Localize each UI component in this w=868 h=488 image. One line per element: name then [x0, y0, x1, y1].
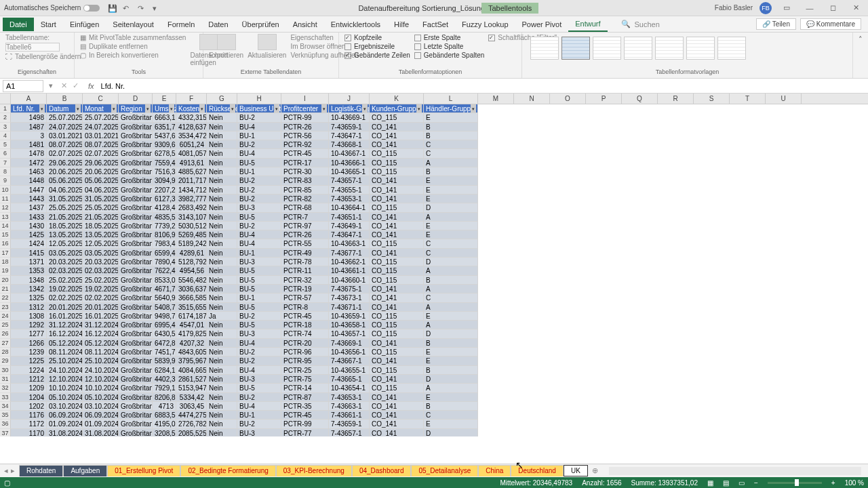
cell[interactable]: PCTR-83 — [281, 176, 329, 185]
cell[interactable]: 1325 — [11, 293, 47, 302]
cell[interactable]: Nein — [207, 429, 237, 436]
cell[interactable]: D — [424, 375, 478, 384]
select-all-corner[interactable] — [0, 94, 11, 104]
cell[interactable]: Großbritanni — [119, 195, 153, 203]
cell[interactable]: PCTR-82 — [281, 195, 329, 203]
cell[interactable]: 1277 — [11, 329, 47, 338]
cell[interactable]: 4671,75 — [153, 285, 176, 293]
cell[interactable]: 08.11.2024 — [83, 348, 119, 357]
cell[interactable]: 12.10.2024 — [83, 375, 119, 384]
cell[interactable]: Nein — [207, 258, 237, 266]
cell[interactable]: D — [424, 429, 478, 436]
formula-input[interactable] — [98, 80, 868, 92]
cell[interactable]: Nein — [207, 402, 237, 411]
cell[interactable]: 08.11.2024 — [47, 348, 83, 357]
cell[interactable]: PCTR-56 — [281, 131, 329, 140]
undo-icon[interactable]: ↶ — [123, 4, 131, 12]
cell[interactable]: 04.06.2025 — [83, 186, 119, 195]
cell[interactable]: Nein — [207, 230, 237, 239]
cell[interactable]: BU-1 — [237, 411, 281, 420]
cell[interactable]: 1353 — [11, 266, 47, 275]
cell[interactable]: 08.07.2025 — [47, 140, 83, 149]
cell[interactable]: 5334,42 — [176, 393, 207, 402]
column-header[interactable]: O — [550, 94, 586, 104]
column-header[interactable]: P — [586, 94, 622, 104]
cell[interactable]: 7929,15 — [153, 384, 176, 392]
cell[interactable]: C — [424, 239, 478, 248]
cell[interactable]: BU-3 — [237, 429, 281, 436]
cell[interactable]: BU-3 — [237, 329, 281, 338]
cell[interactable]: Großbritanni — [119, 131, 153, 140]
cell[interactable]: 05.12.2024 — [47, 339, 83, 348]
cell[interactable]: 4195,05 — [153, 420, 176, 428]
cell[interactable]: Nein — [207, 420, 237, 428]
cancel-formula-icon[interactable]: ✕ — [61, 81, 67, 90]
cell[interactable]: Großbritanni — [119, 321, 153, 329]
cell[interactable]: 7-43647-1 — [329, 230, 370, 239]
row-header[interactable]: 2 — [0, 113, 11, 122]
cell[interactable]: Großbritanni — [119, 329, 153, 338]
table-style-thumb[interactable] — [530, 37, 559, 60]
cell[interactable]: 31.08.2024 — [47, 429, 83, 436]
sheet-tab[interactable]: 03_KPI-Berechnung — [276, 465, 352, 476]
cell[interactable]: BU-4 — [237, 339, 281, 348]
cell[interactable]: CO_141 — [370, 411, 424, 420]
cell[interactable]: PCTR-85 — [281, 186, 329, 195]
table-style-thumb[interactable] — [624, 37, 652, 60]
cell[interactable]: 16.01.2025 — [83, 312, 119, 321]
cell[interactable]: 12.10.2024 — [47, 375, 83, 384]
cell[interactable]: 6174,1875 — [176, 312, 207, 321]
row-header[interactable]: 34 — [0, 402, 11, 411]
cell[interactable]: Nein — [207, 123, 237, 131]
row-header[interactable]: 14 — [0, 222, 11, 230]
cell[interactable]: 5128,7925 — [176, 258, 207, 266]
table-column-header[interactable]: Business Unit — [237, 104, 281, 113]
column-header[interactable]: H — [237, 94, 281, 104]
cell[interactable]: BU-1 — [237, 167, 281, 176]
cell[interactable]: Nein — [207, 195, 237, 203]
row-header[interactable]: 30 — [0, 366, 11, 375]
cell[interactable]: A — [424, 266, 478, 275]
cell[interactable]: 7-43673-1 — [329, 293, 370, 302]
export-button[interactable]: Exportieren — [209, 34, 243, 59]
cell[interactable]: CO_141 — [370, 285, 424, 293]
cell[interactable]: CO_141 — [370, 420, 424, 428]
tab-formeln[interactable]: Formeln — [161, 18, 201, 31]
cell[interactable]: Großbritanni — [119, 159, 153, 167]
refresh-button[interactable]: Aktualisieren — [248, 34, 286, 59]
cell[interactable]: 02.03.2025 — [47, 266, 83, 275]
cell[interactable]: BU-3 — [237, 203, 281, 212]
cell[interactable]: B — [424, 123, 478, 131]
column-header[interactable]: N — [514, 94, 550, 104]
cell[interactable]: Großbritanni — [119, 203, 153, 212]
cell[interactable]: Großbritanni — [119, 393, 153, 402]
tab-power-pivot[interactable]: Power Pivot — [515, 18, 569, 31]
cell[interactable]: 1209 — [11, 384, 47, 392]
cell[interactable]: PCTR-78 — [281, 258, 329, 266]
cell[interactable]: D — [424, 258, 478, 266]
cell[interactable]: Großbritanni — [119, 140, 153, 149]
cell[interactable]: CO_141 — [370, 303, 424, 312]
cell[interactable]: Großbritanni — [119, 239, 153, 248]
cell[interactable]: 05.12.2024 — [83, 339, 119, 348]
row-header[interactable]: 21 — [0, 285, 11, 293]
cell[interactable]: PCTR-32 — [281, 276, 329, 285]
cell[interactable]: 1172 — [11, 420, 47, 428]
tab-entwicklertools[interactable]: Entwicklertools — [324, 18, 387, 31]
sheet-tab[interactable]: 05_Detailanalyse — [411, 465, 478, 476]
cell[interactable]: Nein — [207, 375, 237, 384]
tab-factset[interactable]: FactSet — [416, 18, 455, 31]
sheet-tab[interactable]: Deutschland — [511, 465, 564, 476]
cell[interactable]: Nein — [207, 203, 237, 212]
cell[interactable]: 7-43669-1 — [329, 339, 370, 348]
sheet-tab[interactable]: UK — [564, 465, 588, 476]
sheet-tab[interactable]: 04_Dashboard — [352, 465, 412, 476]
cell[interactable]: 7559,4 — [153, 159, 176, 167]
cell[interactable]: 7-43649-1 — [329, 222, 370, 230]
cell[interactable]: 7-43653-1 — [329, 393, 370, 402]
cell[interactable]: E — [424, 357, 478, 365]
cell[interactable]: 7-43677-1 — [329, 249, 370, 258]
cell[interactable]: 05.10.2024 — [83, 393, 119, 402]
cell[interactable]: 1292 — [11, 321, 47, 329]
cell[interactable]: E — [424, 176, 478, 185]
